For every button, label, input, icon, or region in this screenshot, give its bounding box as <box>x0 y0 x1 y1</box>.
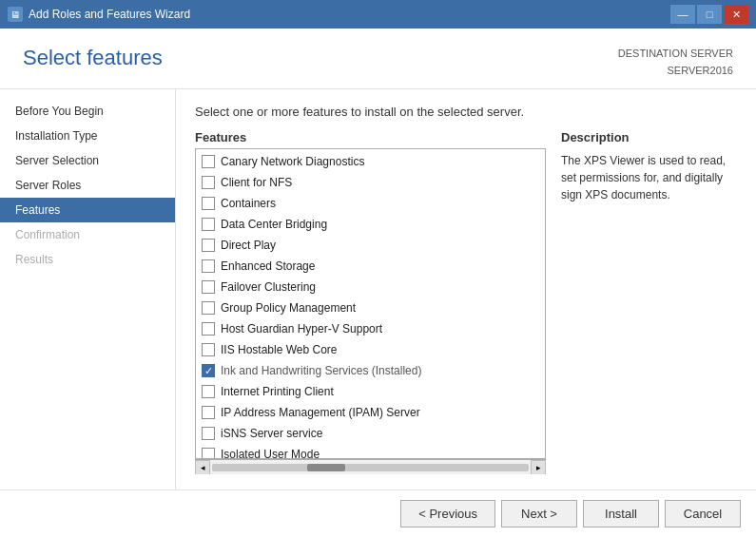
sidebar-item-confirmation: Confirmation <box>0 222 175 247</box>
minimize-button[interactable]: — <box>670 5 695 24</box>
sidebar-item-server-selection[interactable]: Server Selection <box>0 148 175 173</box>
title-bar-left: 🖥 Add Roles and Features Wizard <box>8 7 190 22</box>
feature-item-data-center[interactable]: Data Center Bridging <box>196 214 545 235</box>
cancel-button[interactable]: Cancel <box>665 500 741 527</box>
feature-item-containers[interactable]: Containers <box>196 193 545 214</box>
feature-name-data-center: Data Center Bridging <box>221 218 327 231</box>
features-layout: Features Canary Network DiagnosticsClien… <box>195 130 737 474</box>
scroll-right-arrow[interactable]: ▸ <box>531 460 546 475</box>
feature-checkbox-containers[interactable] <box>202 197 215 210</box>
title-bar-controls: — □ ✕ <box>670 5 748 24</box>
scroll-track <box>212 464 529 471</box>
feature-name-canary-network: Canary Network Diagnostics <box>221 155 364 168</box>
feature-checkbox-iis-hostable[interactable] <box>202 343 215 356</box>
feature-checkbox-failover-clustering[interactable] <box>202 280 215 294</box>
features-container: Features Canary Network DiagnosticsClien… <box>195 130 546 474</box>
feature-item-canary-network[interactable]: Canary Network Diagnostics <box>196 151 545 172</box>
feature-checkbox-internet-printing[interactable] <box>202 385 215 398</box>
feature-name-internet-printing: Internet Printing Client <box>221 385 334 398</box>
scroll-thumb[interactable] <box>307 464 345 471</box>
feature-name-host-guardian: Host Guardian Hyper-V Support <box>221 322 382 336</box>
feature-name-client-nfs: Client for NFS <box>221 176 292 189</box>
feature-checkbox-group-policy[interactable] <box>202 301 215 315</box>
feature-item-ink-handwriting[interactable]: ✓Ink and Handwriting Services (Installed… <box>196 360 545 381</box>
feature-checkbox-client-nfs[interactable] <box>202 176 215 189</box>
footer: < Previous Next > Install Cancel <box>0 489 756 537</box>
feature-item-client-nfs[interactable]: Client for NFS <box>196 172 545 193</box>
feature-item-isolated-user[interactable]: Isolated User Mode <box>196 444 545 458</box>
window-header: Select features DESTINATION SERVER SERVE… <box>0 29 756 89</box>
feature-item-group-policy[interactable]: Group Policy Management <box>196 297 545 318</box>
server-name: SERVER2016 <box>618 63 733 80</box>
feature-item-failover-clustering[interactable]: Failover Clustering <box>196 277 545 297</box>
feature-checkbox-ink-handwriting[interactable]: ✓ <box>202 364 215 377</box>
sidebar-item-features[interactable]: Features <box>0 198 175 222</box>
feature-name-isolated-user: Isolated User Mode <box>221 448 320 458</box>
destination-server: DESTINATION SERVER SERVER2016 <box>618 46 733 79</box>
feature-item-isns[interactable]: iSNS Server service <box>196 423 545 444</box>
feature-checkbox-enhanced-storage[interactable] <box>202 259 215 273</box>
destination-label: DESTINATION SERVER <box>618 46 733 63</box>
description-label: Description <box>561 130 737 144</box>
sidebar-item-before-you-begin[interactable]: Before You Begin <box>0 99 175 124</box>
feature-item-internet-printing[interactable]: Internet Printing Client <box>196 381 545 402</box>
features-list[interactable]: Canary Network DiagnosticsClient for NFS… <box>196 149 545 458</box>
next-button[interactable]: Next > <box>501 500 577 527</box>
sidebar: Before You BeginInstallation TypeServer … <box>0 89 176 489</box>
feature-checkbox-isolated-user[interactable] <box>202 448 215 458</box>
feature-name-failover-clustering: Failover Clustering <box>221 280 316 294</box>
install-button[interactable]: Install <box>583 500 659 527</box>
horizontal-scrollbar[interactable]: ◂ ▸ <box>195 459 546 474</box>
feature-checkbox-canary-network[interactable] <box>202 155 215 168</box>
features-label: Features <box>195 130 546 144</box>
feature-item-iis-hostable[interactable]: IIS Hostable Web Core <box>196 339 545 360</box>
content-area: Before You BeginInstallation TypeServer … <box>0 89 756 489</box>
title-bar: 🖥 Add Roles and Features Wizard — □ ✕ <box>0 0 756 29</box>
main-description: Select one or more features to install o… <box>195 105 737 119</box>
feature-item-enhanced-storage[interactable]: Enhanced Storage <box>196 256 545 277</box>
sidebar-item-installation-type[interactable]: Installation Type <box>0 124 175 148</box>
previous-button[interactable]: < Previous <box>400 500 495 527</box>
feature-name-group-policy: Group Policy Management <box>221 301 356 315</box>
description-panel: Description The XPS Viewer is used to re… <box>561 130 737 474</box>
feature-item-ip-address[interactable]: IP Address Management (IPAM) Server <box>196 402 545 423</box>
feature-checkbox-direct-play[interactable] <box>202 239 215 252</box>
main-window: Select features DESTINATION SERVER SERVE… <box>0 29 756 537</box>
app-icon: 🖥 <box>8 7 23 22</box>
feature-name-direct-play: Direct Play <box>221 239 276 252</box>
feature-name-iis-hostable: IIS Hostable Web Core <box>221 343 338 356</box>
feature-name-enhanced-storage: Enhanced Storage <box>221 259 315 273</box>
feature-checkbox-data-center[interactable] <box>202 218 215 231</box>
close-button[interactable]: ✕ <box>724 5 748 24</box>
title-bar-text: Add Roles and Features Wizard <box>29 8 190 21</box>
feature-name-containers: Containers <box>221 197 276 210</box>
sidebar-item-server-roles[interactable]: Server Roles <box>0 173 175 198</box>
feature-name-isns: iSNS Server service <box>221 427 322 440</box>
page-title: Select features <box>23 46 163 70</box>
feature-name-ink-handwriting: Ink and Handwriting Services (Installed) <box>221 364 421 377</box>
feature-checkbox-isns[interactable] <box>202 427 215 440</box>
description-text: The XPS Viewer is used to read, set perm… <box>561 152 737 203</box>
main-panel: Select one or more features to install o… <box>176 89 756 489</box>
features-list-wrapper: Canary Network DiagnosticsClient for NFS… <box>195 148 546 459</box>
feature-name-ip-address: IP Address Management (IPAM) Server <box>221 406 420 419</box>
feature-item-host-guardian[interactable]: Host Guardian Hyper-V Support <box>196 318 545 339</box>
feature-checkbox-host-guardian[interactable] <box>202 322 215 336</box>
sidebar-item-results: Results <box>0 247 175 272</box>
scroll-left-arrow[interactable]: ◂ <box>195 460 210 475</box>
maximize-button[interactable]: □ <box>697 5 722 24</box>
feature-item-direct-play[interactable]: Direct Play <box>196 235 545 256</box>
feature-checkbox-ip-address[interactable] <box>202 406 215 419</box>
